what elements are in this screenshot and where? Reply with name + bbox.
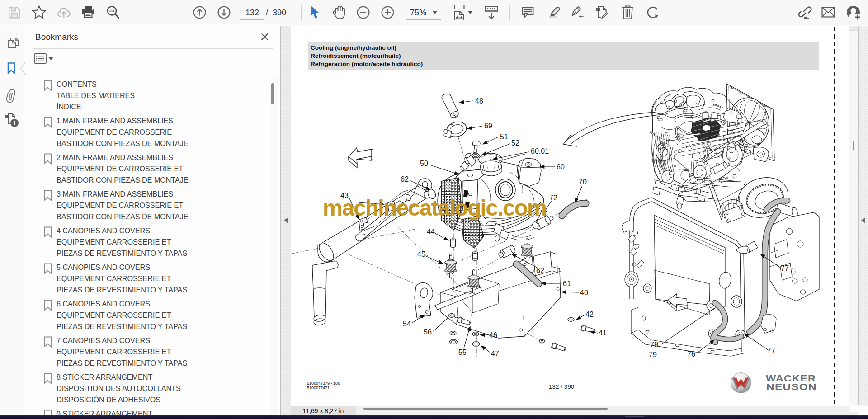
svg-text:44: 44: [427, 228, 435, 235]
svg-text:61: 61: [563, 280, 571, 287]
svg-text:78: 78: [650, 341, 658, 348]
svg-text:79: 79: [649, 351, 657, 358]
svg-text:51: 51: [500, 133, 508, 141]
svg-text:69: 69: [484, 122, 492, 130]
svg-text:40: 40: [580, 289, 588, 297]
svg-text:60.01: 60.01: [531, 147, 549, 155]
svg-text:NEUSON: NEUSON: [766, 381, 817, 392]
svg-text:54: 54: [403, 320, 411, 328]
svg-text:48: 48: [475, 97, 483, 105]
svg-text:60: 60: [557, 163, 565, 171]
svg-text:42: 42: [585, 311, 594, 318]
svg-text:47: 47: [491, 350, 499, 358]
svg-text:62: 62: [536, 267, 544, 274]
svg-text:56: 56: [424, 328, 432, 336]
svg-text:41: 41: [599, 329, 607, 337]
svg-text:62: 62: [401, 175, 409, 183]
svg-text:77: 77: [781, 264, 789, 272]
svg-text:76: 76: [687, 350, 695, 358]
svg-text:45: 45: [417, 250, 425, 258]
svg-text:52: 52: [511, 139, 519, 147]
svg-text:55: 55: [458, 348, 467, 356]
svg-text:50: 50: [420, 160, 428, 167]
svg-text:70: 70: [579, 178, 587, 186]
svg-text:46: 46: [489, 331, 497, 339]
